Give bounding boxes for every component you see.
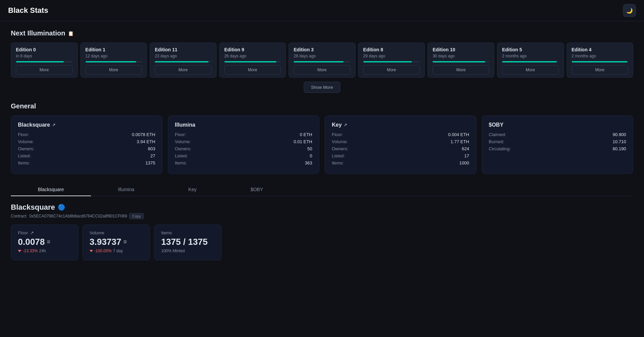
stat-value: 1375 bbox=[146, 160, 155, 165]
stat-label: Volume: bbox=[332, 139, 348, 144]
stat-row: Claimed: 90.900 bbox=[489, 132, 626, 137]
stat-value: 0 bbox=[310, 153, 312, 158]
floor-value: 0.0078 ≡ bbox=[18, 237, 71, 247]
general-card-title: Illumina bbox=[175, 122, 313, 128]
stat-row: Items: 1000 bbox=[332, 160, 469, 165]
illumination-icon: 📋 bbox=[68, 31, 74, 36]
edition-progress-bar bbox=[432, 61, 489, 62]
stat-row: Listed: 0 bbox=[175, 153, 313, 158]
edition-progress-fill bbox=[294, 61, 343, 62]
edition-progress-fill bbox=[502, 61, 557, 62]
app-title: Black Stats bbox=[8, 6, 48, 15]
stat-row: Floor: 0.004 ETH bbox=[332, 132, 469, 137]
edition-time: 2 months ago bbox=[502, 54, 559, 58]
edition-time: 2 months ago bbox=[572, 54, 628, 58]
stat-value: 27 bbox=[150, 153, 155, 158]
stat-label: Items: bbox=[18, 160, 30, 165]
edition-name: Edition 5 bbox=[502, 47, 559, 52]
edition-card: Edition 11 23 days ago More bbox=[150, 43, 217, 78]
edition-time: 12 days ago bbox=[85, 54, 142, 58]
stat-row: Owners: 803 bbox=[18, 146, 155, 151]
main-content: Next Illumination 📋 Edition 0 in 8 days … bbox=[0, 21, 644, 268]
edition-card: Edition 9 26 days ago More bbox=[219, 43, 286, 78]
general-card: Illumina Floor: 0 ETH Volume: 0.01 ETH O… bbox=[168, 115, 320, 174]
stat-label: Owners: bbox=[18, 146, 34, 151]
detail-title: Blacksquare 🔵 bbox=[11, 203, 633, 212]
edition-more-button[interactable]: More bbox=[85, 65, 142, 75]
edition-more-button[interactable]: More bbox=[363, 65, 420, 75]
stat-value: 3.94 ETH bbox=[137, 139, 155, 144]
floor-card: Floor ↗ 0.0078 ≡ -13.33% 24h bbox=[11, 225, 78, 260]
general-card: Blacksquare ↗ Floor: 0.0078 ETH Volume: … bbox=[11, 115, 163, 174]
down-arrow-icon bbox=[18, 250, 21, 252]
eth-symbol-volume: ≡ bbox=[123, 238, 127, 245]
edition-progress-bar bbox=[363, 61, 420, 62]
edition-name: Edition 0 bbox=[16, 47, 73, 52]
stat-value: 0.004 ETH bbox=[448, 132, 469, 137]
edition-progress-fill bbox=[224, 61, 276, 62]
tab-$oby[interactable]: $OBY bbox=[223, 183, 290, 196]
edition-more-button[interactable]: More bbox=[502, 65, 559, 75]
edition-card: Edition 4 2 months ago More bbox=[567, 43, 634, 78]
down-arrow-icon-vol bbox=[90, 250, 93, 252]
contract-label: Contract: bbox=[11, 214, 27, 218]
edition-more-button[interactable]: More bbox=[155, 65, 212, 75]
edition-name: Edition 3 bbox=[294, 47, 350, 52]
edition-more-button[interactable]: More bbox=[16, 65, 73, 75]
general-title: General bbox=[11, 102, 633, 110]
stat-label: Burned: bbox=[489, 139, 504, 144]
stat-label: Volume: bbox=[18, 139, 34, 144]
theme-toggle-button[interactable]: 🌙 bbox=[623, 4, 636, 17]
edition-time: 28 days ago bbox=[294, 54, 350, 58]
stat-label: Items: bbox=[175, 160, 187, 165]
edition-progress-fill bbox=[16, 61, 64, 62]
edition-name: Edition 11 bbox=[155, 47, 212, 52]
external-link-icon[interactable]: ↗ bbox=[30, 230, 34, 235]
general-grid: Blacksquare ↗ Floor: 0.0078 ETH Volume: … bbox=[11, 115, 633, 174]
stat-label: Owners: bbox=[332, 146, 348, 151]
show-more-button[interactable]: Show More bbox=[304, 82, 340, 93]
stat-row: Listed: 17 bbox=[332, 153, 469, 158]
edition-name: Edition 10 bbox=[432, 47, 489, 52]
floor-change: -13.33% 24h bbox=[18, 249, 71, 253]
items-label: Items bbox=[161, 230, 215, 235]
edition-progress-bar bbox=[294, 61, 350, 62]
header: Black Stats 🌙 bbox=[0, 0, 644, 21]
stat-label: Owners: bbox=[175, 146, 191, 151]
edition-progress-bar bbox=[502, 61, 559, 62]
stat-value: 17 bbox=[464, 153, 469, 158]
tab-illumina[interactable]: Illumina bbox=[91, 183, 161, 196]
show-more-container: Show More bbox=[11, 82, 633, 93]
stat-label: Listed: bbox=[18, 153, 31, 158]
general-card-title: $OBY bbox=[489, 122, 626, 128]
stats-cards: Floor ↗ 0.0078 ≡ -13.33% 24h Volume bbox=[11, 225, 633, 260]
edition-progress-fill bbox=[155, 61, 208, 62]
copy-button[interactable]: Copy bbox=[129, 213, 144, 219]
stat-value: 363 bbox=[305, 160, 312, 165]
stat-value: 90.900 bbox=[613, 132, 626, 137]
tabs-container: BlacksquareIlluminaKey$OBY bbox=[11, 183, 633, 196]
stat-row: Burned: 10.710 bbox=[489, 139, 626, 144]
stat-row: Volume: 0.01 ETH bbox=[175, 139, 313, 144]
stat-value: 0 ETH bbox=[300, 132, 312, 137]
volume-label: Volume bbox=[90, 230, 143, 235]
items-value: 1375 / 1375 bbox=[161, 237, 215, 247]
tab-blacksquare[interactable]: Blacksquare bbox=[11, 183, 91, 196]
editions-grid: Edition 0 in 8 days More Edition 1 12 da… bbox=[11, 43, 633, 78]
external-link-icon[interactable]: ↗ bbox=[344, 123, 347, 127]
tab-key[interactable]: Key bbox=[161, 183, 223, 196]
edition-progress-fill bbox=[85, 61, 137, 62]
stat-value: 50 bbox=[307, 146, 312, 151]
edition-name: Edition 4 bbox=[572, 47, 628, 52]
edition-more-button[interactable]: More bbox=[224, 65, 281, 75]
stat-row: Floor: 0.0078 ETH bbox=[18, 132, 155, 137]
edition-progress-fill bbox=[432, 61, 485, 62]
edition-more-button[interactable]: More bbox=[432, 65, 489, 75]
stat-value: 0.01 ETH bbox=[294, 139, 312, 144]
stat-label: Floor: bbox=[175, 132, 186, 137]
edition-more-button[interactable]: More bbox=[294, 65, 350, 75]
contract-row: Contract: 0x5ECA0798C74c1Ab8b8acd6764CC0… bbox=[11, 213, 633, 219]
general-card: $OBY Claimed: 90.900 Burned: 10.710 Circ… bbox=[482, 115, 634, 174]
edition-more-button[interactable]: More bbox=[572, 65, 628, 75]
external-link-icon[interactable]: ↗ bbox=[52, 123, 55, 127]
